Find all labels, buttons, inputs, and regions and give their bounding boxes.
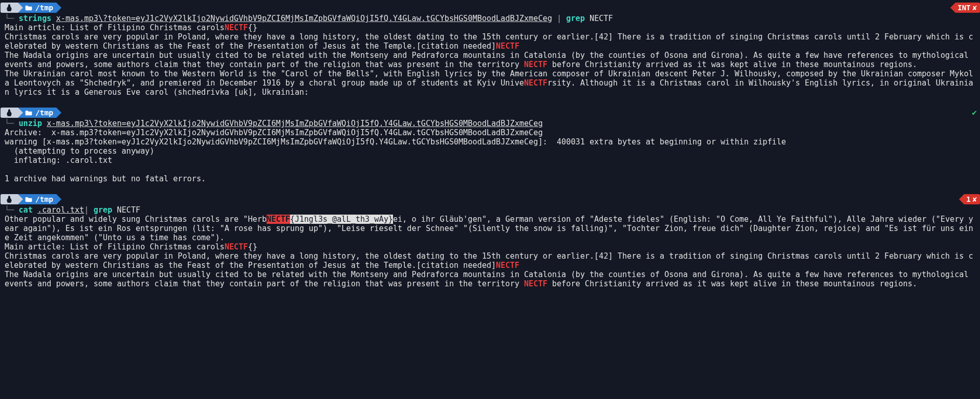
prompt-row-3: /tmp 1 ✘ — [1, 194, 980, 205]
grep-command: grep — [566, 14, 585, 23]
grep-match: NECTF — [524, 78, 548, 88]
command-arg: .carol.txt — [37, 205, 84, 215]
badge-label: INT — [957, 3, 970, 12]
path-text: /tmp — [35, 108, 53, 117]
prompt-row-2: /tmp ✔ — [1, 107, 980, 118]
path-segment: /tmp — [23, 108, 56, 118]
grep-arg: NECTF — [590, 14, 613, 23]
pipe-char: | — [84, 205, 93, 215]
command-name: cat — [18, 205, 32, 215]
prompt-segment: /tmp — [1, 107, 61, 118]
command-line-1[interactable]: └─ strings x-mas.mp3\?token=eyJ1c2VyX2lk… — [1, 14, 980, 23]
grep-match: NECTF — [496, 41, 519, 51]
branch-icon: └─ — [5, 14, 18, 23]
linux-icon — [1, 194, 18, 204]
prompt-row-1: /tmp INT ✘ — [1, 2, 980, 13]
grep-match: NECTF — [524, 279, 548, 288]
output-block-3: Other popular and widely sung Christmas … — [1, 215, 980, 288]
success-icon: ✔ — [972, 108, 980, 117]
command-arg: x-mas.mp3\?token=eyJ1c2VyX2lkIjo2NywidGV… — [56, 14, 552, 23]
branch-icon: └─ — [5, 119, 18, 128]
close-icon: ✘ — [973, 3, 977, 12]
grep-match: NECTF — [225, 242, 248, 251]
output-block-1: Main article: List of Filipino Christmas… — [1, 23, 980, 97]
grep-match: NECTF — [524, 60, 548, 69]
grep-match-inverse: NECTF — [267, 215, 290, 224]
output-block-2: Archive: x-mas.mp3?token=eyJ1c2VyX2lkIjo… — [1, 128, 980, 183]
grep-match: NECTF — [225, 23, 248, 32]
folder-icon — [25, 196, 32, 202]
command-arg: x-mas.mp3\?token=eyJ1c2VyX2lkIjo2NywidGV… — [47, 119, 542, 128]
prompt-segment: /tmp — [1, 194, 61, 205]
grep-arg: NECTF — [117, 205, 141, 215]
path-segment: /tmp — [23, 3, 56, 13]
path-text: /tmp — [35, 3, 53, 12]
path-text: /tmp — [35, 195, 53, 204]
command-line-3[interactable]: └─ cat .carol.txt | grep NECTF — [1, 205, 980, 215]
folder-icon — [25, 110, 32, 116]
linux-icon — [1, 3, 18, 13]
pipe-char: | — [552, 14, 566, 23]
path-segment: /tmp — [23, 194, 56, 204]
grep-match: NECTF — [496, 261, 519, 270]
status-badge-error: 1 ✘ — [959, 194, 980, 204]
branch-icon: └─ — [5, 205, 18, 215]
command-name: strings — [18, 14, 51, 23]
badge-label: 1 — [966, 195, 970, 204]
status-badge-int: INT ✘ — [950, 3, 980, 13]
grep-command: grep — [94, 205, 113, 215]
folder-icon — [25, 5, 32, 11]
linux-icon — [1, 108, 18, 118]
prompt-segment: /tmp — [1, 2, 61, 13]
flag-text: {J1ngl3s_@alL_th3_wAy} — [290, 215, 393, 224]
command-name: unzip — [18, 119, 42, 128]
close-icon: ✘ — [973, 195, 977, 204]
command-line-2[interactable]: └─ unzip x-mas.mp3\?token=eyJ1c2VyX2lkIj… — [1, 119, 980, 128]
